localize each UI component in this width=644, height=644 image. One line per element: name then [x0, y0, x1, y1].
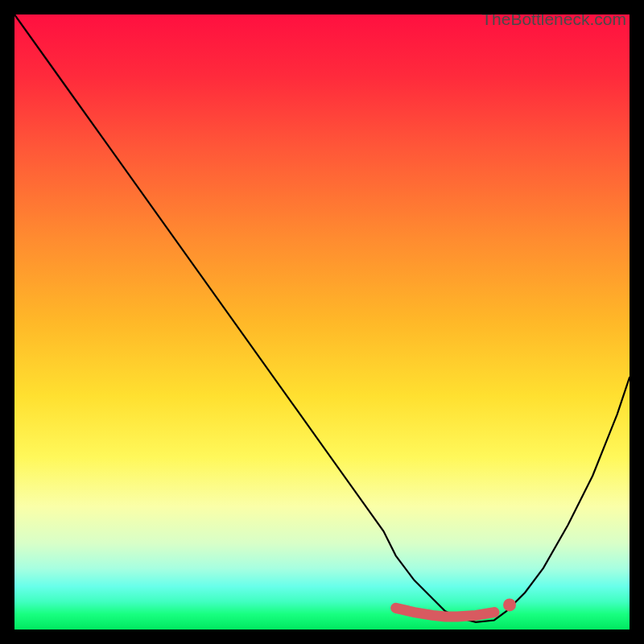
accent-highlight — [396, 608, 494, 617]
accent-dot — [503, 598, 516, 611]
plot-area: TheBottleneck.com — [14, 14, 630, 630]
curve-layer — [14, 14, 630, 630]
chart-frame: TheBottleneck.com — [0, 0, 644, 644]
bottleneck-curve — [14, 14, 630, 622]
